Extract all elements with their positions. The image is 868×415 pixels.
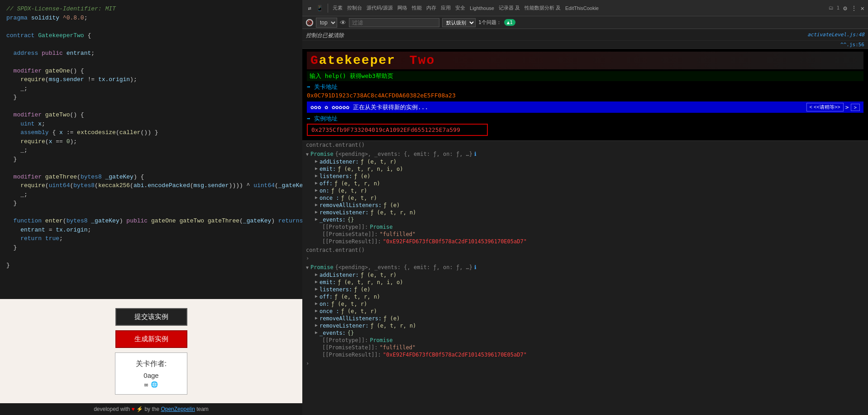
- devtools-panel: ⇄ 📱 元素 控制台 源代码/源源 网络 性能 内存 应用 安全 Lightho…: [302, 0, 868, 415]
- generate-button[interactable]: 生成新实例: [115, 330, 187, 348]
- title-rest: atekeeper: [319, 53, 396, 68]
- cleared-src2[interactable]: ^^.js:56: [840, 42, 864, 48]
- tree-item-result-2: [[PromiseResult]]: "0xE92F4FD673fCB0f578…: [315, 351, 864, 358]
- submit-button[interactable]: 提交该实例: [115, 308, 187, 326]
- more-icon[interactable]: ⋮: [851, 5, 857, 12]
- devtools-right-info: 🗂 1 ⚙ ⋮ ✕: [829, 5, 864, 12]
- expand-icon[interactable]: ▶: [315, 159, 318, 165]
- cleared-src[interactable]: activateLevel.js:48: [807, 32, 864, 38]
- expand-row-2[interactable]: ›: [302, 359, 868, 367]
- marquee-controls: < <<请稍等>> > >: [806, 103, 860, 111]
- author-name: 0age: [129, 372, 173, 379]
- promise-section-2: ▼ Promise {<pending>, _events: {, emit: …: [302, 262, 868, 359]
- tree-item-listeners-2: ▶ listeners: ƒ (e): [315, 286, 864, 293]
- devtools-network-tab[interactable]: 网络: [397, 5, 407, 11]
- footer-developed: developed with: [94, 406, 130, 412]
- tree-item-addlistener-2: ▶ addListener: ƒ (e, t, r): [315, 271, 864, 279]
- tree-item-emit-2: ▶ emit: ƒ (e, t, r, n, i, o): [315, 279, 864, 286]
- tab-icon: 🗂 1: [829, 5, 839, 11]
- once-key-2: once :: [320, 308, 339, 314]
- devtools-console-tab-icon[interactable]: 控制台: [347, 5, 362, 11]
- tree-item-on-2: ▶ on: ƒ (e, t, r): [315, 300, 864, 308]
- close-icon[interactable]: ✕: [861, 5, 864, 12]
- heart-icon: ♥: [132, 406, 135, 412]
- tree-item-addlistener-1: ▶ addListener: ƒ (e, t, r): [315, 158, 864, 165]
- game-title: Gatekeeper Two: [307, 52, 863, 69]
- promise-toggle-1[interactable]: ▼: [306, 152, 309, 157]
- key-addlistener-1: addListener:: [320, 159, 359, 165]
- tree-item-removelistener-1: ▶ removeListener: ƒ (e, t, r, n): [315, 209, 864, 216]
- author-box: 关卡作者: 0age ✉ 🌐: [115, 352, 187, 395]
- devtools-app-tab[interactable]: 应用: [441, 5, 451, 11]
- marquee-text: ✿✿✿ ✿ ✿✿✿✿✿ 正在从关卡获得新的实例...: [310, 103, 806, 111]
- devtools-sources-tab[interactable]: 源代码/源源: [367, 5, 393, 11]
- console-toolbar: 🚫 top 👁 默认级别 1个问题： ▲1: [302, 16, 868, 29]
- footer: developed with ♥ ⚡ by the OpenZeppelin t…: [0, 403, 302, 415]
- tree-item-once-1: ▶ once : ƒ (e, t, r): [315, 194, 864, 202]
- promise-header-1[interactable]: ▼ Promise {<pending>, _events: {, emit: …: [306, 150, 864, 158]
- promise-toggle-2[interactable]: ▼: [306, 265, 309, 270]
- instance-input-row: [307, 124, 863, 136]
- devtools-elements-tab[interactable]: 元素: [333, 5, 343, 11]
- devtools-lighthouse-tab[interactable]: Lighthouse: [470, 5, 494, 11]
- console-filter-input[interactable]: [349, 18, 439, 27]
- devtools-recorder-tab[interactable]: 记录器 及: [499, 5, 520, 11]
- devtools-cookie-tab[interactable]: EditThisCookie: [565, 5, 599, 11]
- instance-input[interactable]: [307, 124, 488, 136]
- game-title-text: Gatekeeper Two: [310, 53, 435, 68]
- devtools-toggle-icon[interactable]: ⇄: [306, 5, 313, 12]
- frame-select[interactable]: top: [316, 18, 337, 28]
- email-icon[interactable]: ✉: [144, 381, 148, 388]
- tree-item-state-1: [[PromiseState]]: "fulfilled": [315, 231, 864, 238]
- gate-addr-label: ➡ 关卡地址: [307, 83, 863, 91]
- title-g: G: [310, 53, 319, 68]
- marquee-area: ✿✿✿ ✿ ✿✿✿✿✿ 正在从关卡获得新的实例... < <<请稍等>> > >: [307, 101, 863, 113]
- openzeppelin-link[interactable]: OpenZeppelin: [161, 406, 195, 412]
- promise-pending-2: {<pending>, _events: {, emit: ƒ, on: ƒ, …: [335, 264, 472, 270]
- code-line-license: // SPDX-License-Identifier: MIT: [6, 5, 296, 14]
- cleared-src2-msg: ^^.js:56: [302, 41, 868, 49]
- devtools-toolbar: ⇄ 📱 元素 控制台 源代码/源源 网络 性能 内存 应用 安全 Lightho…: [302, 0, 868, 16]
- instance-label: ➡ 实例地址: [307, 115, 863, 123]
- promise-header-2[interactable]: ▼ Promise {<pending>, _events: {, emit: …: [306, 263, 864, 271]
- devtools-security-tab[interactable]: 安全: [455, 5, 465, 11]
- gate-addr-value: 0x0C791D1923c738AC8c4ACFD0A60382eE5FF08a…: [307, 92, 863, 99]
- issue-badge: ▲1: [504, 19, 515, 26]
- settings-icon[interactable]: ⚙: [843, 5, 847, 12]
- marquee-btn1[interactable]: < <<请稍等>>: [806, 103, 844, 111]
- lightning-icon: ⚡: [136, 406, 143, 412]
- code-line-pragma: pragma solidity ^0.8.0;: [6, 14, 296, 23]
- devtools-device-icon[interactable]: 📱: [316, 5, 323, 12]
- cleared-text: 控制台已被清除: [306, 32, 804, 39]
- eye-icon[interactable]: 👁: [340, 19, 346, 26]
- website-icon[interactable]: 🌐: [151, 381, 158, 388]
- tree-item-once-2: ▶ once : ƒ (e, t, r): [315, 308, 864, 315]
- expand-row[interactable]: ›: [302, 254, 868, 262]
- tree-item-removeall-1: ▶ removeAllListeners: ƒ (e): [315, 202, 864, 209]
- marquee-btn2[interactable]: >: [851, 104, 860, 111]
- title-two: Two: [401, 53, 435, 68]
- help-line: 输入 help() 获得web3帮助页: [307, 71, 863, 81]
- level-select[interactable]: 默认级别: [442, 18, 476, 27]
- promise-info-icon-2[interactable]: ℹ: [474, 264, 477, 270]
- code-line-address: address public entrant;: [6, 49, 296, 58]
- code-line-assembly: assembly { x := extcodesize(caller()) }: [6, 128, 296, 137]
- devtools-perf-tab[interactable]: 性能: [412, 5, 422, 11]
- tree-item-emit-1: ▶ emit: ƒ (e, t, r, n, i, o): [315, 165, 864, 173]
- bottom-controls: 提交该实例 生成新实例 关卡作者: 0age ✉ 🌐: [0, 299, 302, 403]
- devtools-content[interactable]: 控制台已被清除 activateLevel.js:48 ^^.js:56 Gat…: [302, 29, 868, 415]
- val-addlistener-1: ƒ (e, t, r): [361, 159, 396, 165]
- footer-team: team: [196, 406, 209, 412]
- game-area: Gatekeeper Two 输入 help() 获得web3帮助页 ➡ 关卡地…: [302, 49, 868, 141]
- contract-entrant-line1: contract.entrant(): [302, 141, 868, 149]
- clear-console-icon[interactable]: 🚫: [306, 19, 313, 26]
- tree-item-listeners-1: ▶ listeners: ƒ (e): [315, 173, 864, 180]
- promise-info-icon-1[interactable]: ℹ: [474, 151, 477, 157]
- promise-body-1: ▶ addListener: ƒ (e, t, r) ▶ emit: ƒ (e,…: [306, 158, 864, 245]
- promise-label-1: Promise: [310, 151, 334, 157]
- tree-item-on-1: ▶ on: ƒ (e, t, r): [315, 187, 864, 194]
- devtools-perf-insights-tab[interactable]: 性能数据分析 及: [525, 5, 561, 11]
- tree-item-events-2: ▶ _events: {}: [315, 329, 864, 337]
- devtools-memory-tab[interactable]: 内存: [426, 5, 436, 11]
- tree-item-removelistener-2: ▶ removeListener: ƒ (e, t, r, n): [315, 322, 864, 329]
